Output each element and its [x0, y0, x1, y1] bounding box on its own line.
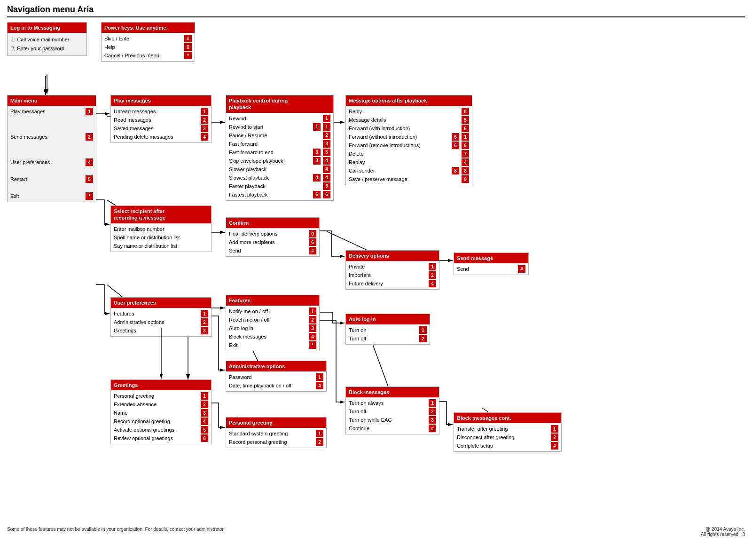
- admin-options-header: Administrative options: [226, 361, 326, 371]
- feat-reach: Reach me on / off 2: [226, 315, 319, 324]
- feat-notify: Notify me on / off 1: [226, 307, 319, 315]
- message-options-body: Reply 8 Message details 5 Forward (with …: [346, 106, 472, 185]
- main-menu-body: Play messages 1 Send messages 2 User pre…: [8, 106, 96, 202]
- mo-save: Save / preserve message 9: [346, 175, 472, 183]
- main-menu-restart: Restart 5: [8, 175, 96, 183]
- greetings-body: Personal greeting 1 Extended absence 2 N…: [111, 390, 211, 444]
- user-preferences-body: Features 1 Administrative options 2 Gree…: [111, 308, 211, 336]
- send-message-header: Send message: [454, 253, 528, 263]
- block-messages-box: Block messages Turn on always 1 Turn off…: [345, 386, 439, 434]
- user-preferences-box: User preferences Features 1 Administrati…: [110, 297, 212, 337]
- footer: Some of these features may not be availa…: [7, 527, 745, 537]
- pb-ff-end: Fast forward to end 33: [226, 148, 333, 157]
- bmc-transfer: Transfer after greeting 1: [454, 425, 561, 433]
- pb-skip: Skip envelope playback 34: [226, 157, 333, 165]
- delivery-options-body: Private 1 Important 2 Future delivery 4: [346, 261, 439, 289]
- login-box: Log in to Messaging 1. Call voice mail n…: [7, 22, 87, 56]
- bm-on-always: Turn on always 1: [346, 399, 439, 407]
- feat-autologin: Auto log in 3: [226, 324, 319, 332]
- pg-record: Record personal greeting 2: [226, 438, 326, 446]
- power-key-skip: Skip / Enter #: [102, 34, 195, 43]
- login-header: Log in to Messaging: [8, 23, 86, 33]
- features-box: Features Notify me on / off 1 Reach me o…: [226, 295, 320, 351]
- sr-spell: Spell name or distribution list: [111, 233, 211, 242]
- footer-right: @ 2014 Avaya Inc. All rights reserved. 3: [701, 527, 745, 537]
- ao-datetime: Date, time playback on / off 4: [226, 381, 326, 390]
- mo-fwd-intro: Forward (with introduction) 6: [346, 124, 472, 133]
- play-messages-box: Play messages Unread messages 1 Read mes…: [110, 95, 212, 143]
- gr-activate: Activate optional greetings 5: [111, 426, 211, 434]
- admin-options-box: Administrative options Password 1 Date, …: [226, 361, 327, 392]
- message-options-header: Message options after playback: [346, 95, 472, 106]
- gr-personal: Personal greeting 1: [111, 392, 211, 400]
- block-messages-body: Turn on always 1 Turn off 2 Turn on whil…: [346, 397, 439, 434]
- up-greetings: Greetings 3: [111, 326, 211, 335]
- block-messages-header: Block messages: [346, 387, 439, 397]
- playback-control-body: Rewind 1 Rewind to start 11 Pause / Resu…: [226, 113, 333, 200]
- power-keys-box: Power keys. Use anytime. Skip / Enter # …: [101, 22, 195, 62]
- main-menu-send: Send messages 2: [8, 133, 96, 141]
- pb-slowest: Slowest playback 44: [226, 174, 333, 182]
- auto-login-body: Turn on 1 Turn off 2: [346, 324, 430, 344]
- main-menu-box: Main menu Play messages 1 Send messages …: [7, 95, 96, 202]
- gr-name: Name 3: [111, 409, 211, 417]
- bm-eag: Turn on while EAG 3: [346, 416, 439, 424]
- mo-replay: Replay 4: [346, 158, 472, 166]
- diagram-area: Log in to Messaging 1. Call voice mail n…: [7, 22, 745, 539]
- play-messages-header: Play messages: [111, 95, 211, 106]
- bm-continue: Continue #: [346, 424, 439, 433]
- play-read: Read messages 2: [111, 116, 211, 124]
- gr-record: Record optional greeting 4: [111, 417, 211, 426]
- login-item-2: 2. Enter your password: [11, 44, 83, 53]
- block-messages-cont-header: Block messages cont.: [454, 413, 561, 423]
- page-title: Navigation menu Aria: [7, 5, 745, 17]
- pb-slower: Slower playback 4: [226, 165, 333, 174]
- confirm-send: Send #: [226, 246, 319, 255]
- confirm-delivery: Hear delivery options 0: [226, 229, 319, 238]
- login-item-1: 1. Call voice mail number: [11, 35, 83, 44]
- personal-greeting-box: Personal greeting Standard system greeti…: [226, 417, 327, 448]
- do-important: Important 2: [346, 271, 439, 279]
- sr-mailbox: Enter mailbox number: [111, 225, 211, 233]
- mo-fwd-remove: Forward (remove introductions) 66: [346, 141, 472, 150]
- select-recipient-header: Select recipient afterrecording a messag…: [111, 206, 211, 223]
- block-messages-cont-box: Block messages cont. Transfer after gree…: [454, 412, 562, 452]
- confirm-body: Hear delivery options 0 Add more recipie…: [226, 228, 319, 256]
- main-menu-prefs: User preferences 4: [8, 158, 96, 166]
- auto-login-header: Auto log in: [346, 314, 430, 324]
- admin-options-body: Password 1 Date, time playback on / off …: [226, 371, 326, 391]
- features-header: Features: [226, 295, 319, 306]
- power-keys-body: Skip / Enter # Help 0 Cancel / Previous …: [102, 33, 195, 61]
- footer-left: Some of these features may not be availa…: [7, 527, 225, 537]
- personal-greeting-header: Personal greeting: [226, 418, 326, 428]
- pb-rewind-start: Rewind to start 11: [226, 123, 333, 131]
- mo-fwd-no-intro: Forward (without introduction) 61: [346, 133, 472, 141]
- up-features: Features 1: [111, 309, 211, 318]
- power-key-cancel: Cancel / Previous menu *: [102, 51, 195, 60]
- mo-call-sender: Call sender 88: [346, 166, 472, 175]
- sr-say: Say name or distribution list: [111, 242, 211, 250]
- do-private: Private 1: [346, 262, 439, 271]
- user-preferences-header: User preferences: [111, 298, 211, 308]
- al-on: Turn on 1: [346, 326, 430, 334]
- mo-details: Message details 5: [346, 116, 472, 124]
- pb-ff: Fast forward 3: [226, 140, 333, 148]
- greetings-box: Greetings Personal greeting 1 Extended a…: [110, 379, 212, 444]
- playback-control-box: Playback control duringplayback Rewind 1…: [226, 95, 334, 201]
- select-recipient-body: Enter mailbox number Spell name or distr…: [111, 223, 211, 252]
- personal-greeting-body: Standard system greeting 1 Record person…: [226, 428, 326, 448]
- features-body: Notify me on / off 1 Reach me on / off 2…: [226, 306, 319, 351]
- bmc-complete: Complete setup #: [454, 442, 561, 450]
- pb-faster: Faster playback 6: [226, 182, 333, 190]
- do-future: Future delivery 4: [346, 279, 439, 288]
- confirm-box: Confirm Hear delivery options 0 Add more…: [226, 217, 320, 257]
- pb-fastest: Fastest playback 66: [226, 190, 333, 199]
- main-menu-header: Main menu: [8, 95, 96, 106]
- power-keys-header: Power keys. Use anytime.: [102, 23, 195, 33]
- delivery-options-header: Delivery options: [346, 251, 439, 261]
- play-pending: Pending delete messages 4: [111, 133, 211, 141]
- al-off: Turn off 2: [346, 334, 430, 343]
- play-unread: Unread messages 1: [111, 107, 211, 116]
- main-menu-play: Play messages 1: [8, 107, 96, 116]
- gr-extended: Extended absence 2: [111, 400, 211, 409]
